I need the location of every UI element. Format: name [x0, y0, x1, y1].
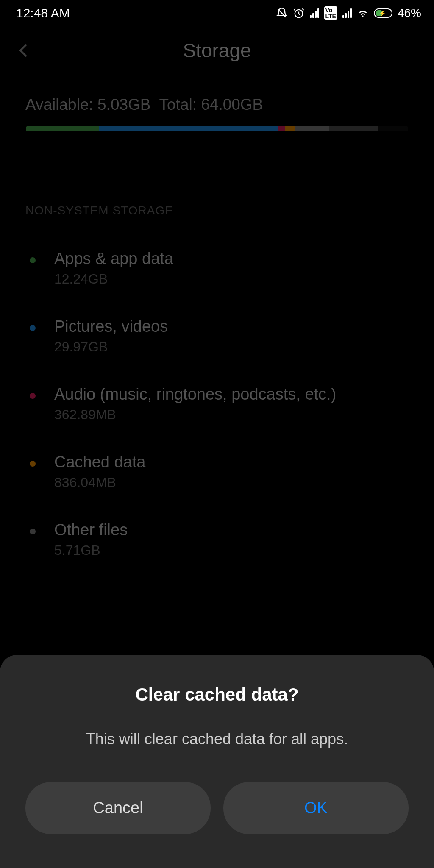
- wifi-icon: [357, 7, 369, 19]
- storage-summary: Available: 5.03GB Total: 64.00GB: [0, 75, 434, 126]
- dialog-description: This will clear cached data for all apps…: [25, 730, 409, 748]
- row-value: 12.24GB: [54, 271, 173, 287]
- alarm-icon: [293, 7, 305, 19]
- dot-icon: [30, 325, 36, 331]
- ok-button[interactable]: OK: [223, 782, 409, 834]
- storage-row-cache[interactable]: Cached data 836.04MB: [0, 438, 434, 506]
- row-value: 5.71GB: [54, 542, 128, 558]
- mute-icon: [276, 7, 288, 19]
- volte-icon: VoLTE: [324, 6, 337, 20]
- dialog-title: Clear cached data?: [25, 684, 409, 705]
- page-header: Storage: [0, 26, 434, 75]
- battery-icon: ⚡: [374, 8, 392, 18]
- status-bar: 12:48 AM VoLTE ⚡ 46%: [0, 0, 434, 26]
- signal-icon-2: [342, 8, 352, 18]
- row-label: Cached data: [54, 453, 146, 471]
- storage-row-audio[interactable]: Audio (music, ringtones, podcasts, etc.)…: [0, 370, 434, 438]
- storage-row-other[interactable]: Other files 5.71GB: [0, 506, 434, 573]
- cancel-button[interactable]: Cancel: [25, 782, 211, 834]
- battery-percent: 46%: [398, 6, 421, 20]
- storage-row-apps[interactable]: Apps & app data 12.24GB: [0, 234, 434, 302]
- storage-bar: [26, 126, 408, 131]
- dot-icon: [30, 461, 36, 467]
- row-value: 362.89MB: [54, 407, 336, 423]
- status-icons: VoLTE ⚡ 46%: [276, 6, 421, 20]
- row-value: 836.04MB: [54, 475, 146, 490]
- section-header: NON-SYSTEM STORAGE: [0, 170, 434, 234]
- row-label: Audio (music, ringtones, podcasts, etc.): [54, 385, 336, 403]
- row-value: 29.97GB: [54, 339, 168, 355]
- dot-icon: [30, 529, 36, 534]
- row-label: Pictures, videos: [54, 317, 168, 336]
- storage-row-media[interactable]: Pictures, videos 29.97GB: [0, 302, 434, 370]
- row-label: Apps & app data: [54, 250, 173, 268]
- dot-icon: [30, 393, 36, 399]
- dot-icon: [30, 257, 36, 263]
- status-time: 12:48 AM: [16, 6, 70, 20]
- signal-icon: [310, 8, 319, 18]
- page-title: Storage: [17, 39, 417, 62]
- row-label: Other files: [54, 521, 128, 539]
- confirm-dialog: Clear cached data? This will clear cache…: [0, 655, 434, 868]
